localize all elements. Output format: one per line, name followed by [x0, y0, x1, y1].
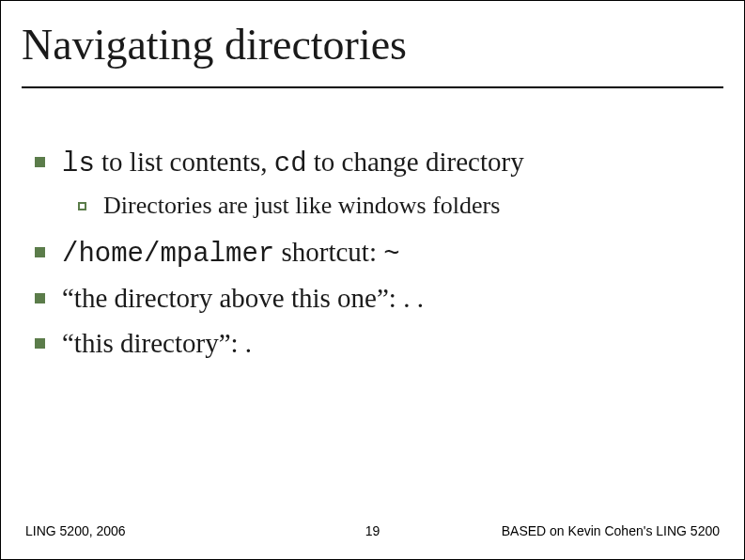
slide-title: Navigating directories — [22, 20, 723, 88]
bullet-text-4: “this directory”: . — [62, 326, 252, 362]
bullet-text-1: ls to list contents, cd to change direct… — [62, 145, 524, 182]
code-homedir: /home/mpalmer — [62, 239, 274, 270]
bullet-text-3: “the directory above this one”: . . — [62, 281, 424, 317]
slide-content: ls to list contents, cd to change direct… — [22, 145, 723, 362]
bullet-row-3: “the directory above this one”: . . — [35, 281, 723, 317]
slide: Navigating directories ls to list conten… — [0, 0, 745, 560]
bullet-icon — [35, 157, 45, 167]
text-seg: to change directory — [307, 147, 524, 177]
bullet-row-1: ls to list contents, cd to change direct… — [35, 145, 723, 182]
footer-right: BASED on Kevin Cohen's LING 5200 — [502, 523, 720, 538]
footer-page-number: 19 — [365, 523, 380, 538]
bullet-icon — [35, 247, 45, 257]
footer-left: LING 5200, 2006 — [25, 523, 126, 538]
code-ls: ls — [62, 148, 95, 179]
code-tilde: ~ — [383, 239, 399, 270]
slide-footer: LING 5200, 2006 19 BASED on Kevin Cohen'… — [1, 523, 744, 538]
bullet-text-2: /home/mpalmer shortcut: ~ — [62, 235, 400, 272]
bullet-row-4: “this directory”: . — [35, 326, 723, 362]
sub-bullet-icon — [78, 202, 86, 210]
bullet-icon — [35, 293, 45, 303]
bullet-icon — [35, 338, 45, 349]
code-cd: cd — [274, 148, 307, 179]
text-seg: to list contents, — [95, 147, 274, 177]
sub-bullet-text: Directories are just like windows folder… — [103, 192, 500, 220]
sub-bullet-row-1: Directories are just like windows folder… — [78, 192, 723, 220]
bullet-row-2: /home/mpalmer shortcut: ~ — [35, 235, 723, 272]
text-seg: shortcut: — [274, 237, 383, 267]
